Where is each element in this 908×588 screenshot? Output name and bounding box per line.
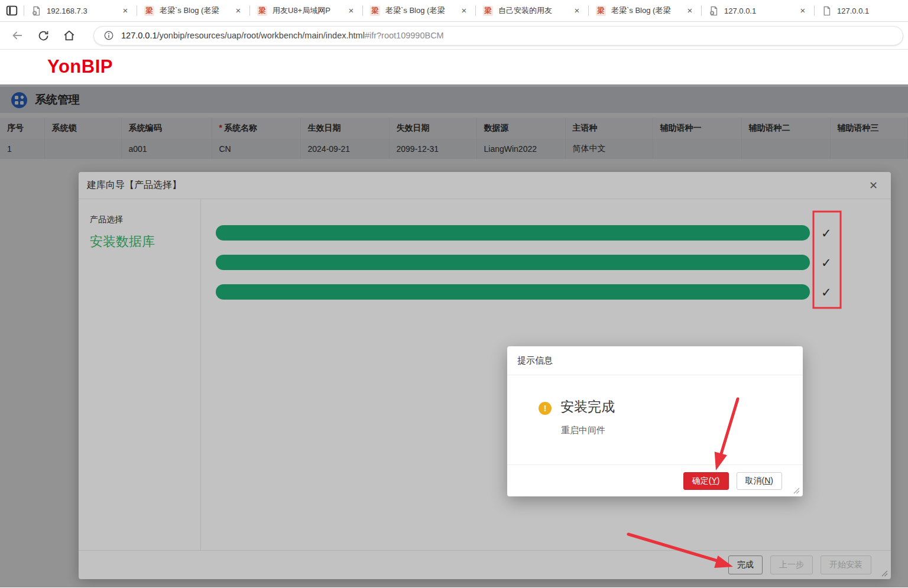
tab-close-icon[interactable]: × [346,5,356,16]
tab-title: 老梁`s Blog (老梁 [160,5,228,16]
refresh-icon [37,30,50,42]
tab-close-icon[interactable]: × [459,5,469,16]
url-fragment: #ifr?root109990BCM [365,31,444,40]
browser-tab-2[interactable]: 梁 老梁`s Blog (老梁 × [137,0,249,21]
blog-favicon: 梁 [483,6,493,16]
blog-favicon: 梁 [370,6,380,16]
yonbip-logo: YonBIP [47,56,113,77]
tab-close-icon[interactable]: × [797,5,808,16]
tab-close-icon[interactable]: × [233,5,244,16]
refresh-button[interactable] [33,25,53,46]
browser-window: 192.168.7.3 × 梁 老梁`s Blog (老梁 × 梁 用友U8+局… [0,0,908,588]
insecure-page-icon [709,6,719,16]
tab-title: 老梁`s Blog (老梁 [385,5,453,16]
browser-tab-1[interactable]: 192.168.7.3 × [24,0,137,21]
page-icon [822,6,832,16]
warning-icon: ! [539,402,552,415]
browser-tab-4[interactable]: 梁 老梁`s Blog (老梁 × [363,0,475,21]
tab-close-icon[interactable]: × [685,5,695,16]
tab-actions-menu-button[interactable] [0,0,24,21]
back-icon [11,29,24,42]
url-path: /yonbip/resources/uap/root/workbench/mai… [157,31,364,40]
tab-close-icon[interactable]: × [120,5,131,16]
confirm-button[interactable]: 确定(Y) [683,472,729,490]
tab-title: 自己安装的用友 [498,5,566,16]
tab-actions-icon [5,4,18,17]
tab-strip: 192.168.7.3 × 梁 老梁`s Blog (老梁 × 梁 用友U8+局… [0,0,908,22]
back-button[interactable] [7,25,27,46]
browser-tab-5[interactable]: 梁 自己安装的用友 × [476,0,588,21]
browser-tab-6[interactable]: 梁 老梁`s Blog (老梁 × [589,0,701,21]
browser-tab-8-active[interactable]: 127.0.0.1 [815,0,908,21]
home-icon [63,29,76,42]
alert-body: ! 安装完成 重启中间件 [507,375,803,464]
alert-submessage: 重启中间件 [561,425,605,436]
insecure-page-icon [31,6,41,16]
url-text: 127.0.0.1/yonbip/resources/uap/root/work… [121,31,444,40]
tab-close-icon[interactable]: × [572,5,582,16]
page-content: 系统管理 序号 系统锁 系统编码 *系统名称 生效日期 失效日期 数据源 主语种… [0,85,908,587]
alert-title: 提示信息 [517,355,553,366]
browser-tab-7[interactable]: 127.0.0.1 × [702,0,814,21]
tab-title: 127.0.0.1 [837,7,902,15]
tab-title: 老梁`s Blog (老梁 [611,5,679,16]
tab-title: 192.168.7.3 [47,7,115,15]
blog-favicon: 梁 [144,6,154,16]
home-button[interactable] [59,25,79,46]
cancel-button[interactable]: 取消(N) [737,472,782,490]
blog-favicon: 梁 [596,6,606,16]
info-icon [103,30,114,41]
alert-header: 提示信息 [507,346,803,375]
tab-title: 127.0.0.1 [724,7,792,15]
site-header: YonBIP [0,50,908,85]
browser-tab-3[interactable]: 梁 用友U8+局域网P × [250,0,362,21]
url-host: 127.0.0.1 [121,31,157,40]
blog-favicon: 梁 [257,6,267,16]
alert-overlay [0,85,908,587]
resize-handle-icon[interactable] [793,487,800,494]
alert-dialog: 提示信息 ! 安装完成 重启中间件 确定(Y) 取消(N) [507,346,803,496]
address-bar[interactable]: 127.0.0.1/yonbip/resources/uap/root/work… [93,26,903,46]
alert-message: 安装完成 [560,398,615,416]
alert-footer: 确定(Y) 取消(N) [507,464,803,496]
browser-toolbar: 127.0.0.1/yonbip/resources/uap/root/work… [0,22,908,50]
tab-title: 用友U8+局域网P [273,5,340,16]
